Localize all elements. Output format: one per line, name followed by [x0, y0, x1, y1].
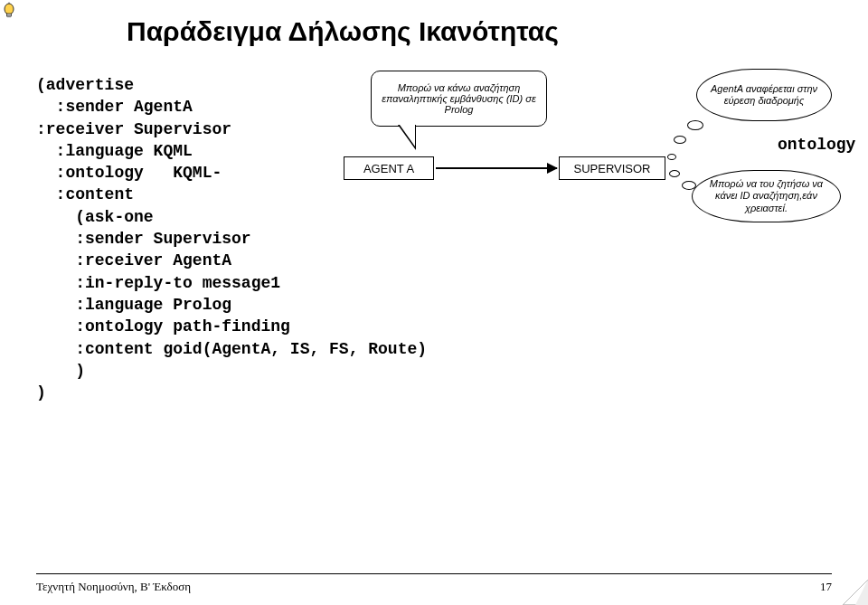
page-number: 17	[820, 580, 832, 594]
agent-diagram: Μπορώ να κάνω αναζήτηση επαναληπτικής εμ…	[335, 71, 841, 288]
svg-rect-1	[7, 14, 12, 16]
ontology-label: ontology	[778, 136, 855, 154]
page-curl-icon	[843, 580, 868, 605]
supervisor-label: SUPERVISOR	[573, 162, 650, 175]
lightbulb-icon	[2, 2, 16, 22]
svg-point-0	[5, 4, 14, 14]
svg-rect-2	[7, 16, 11, 17]
supervisor-box: SUPERVISOR	[559, 156, 665, 180]
speech-bubble: Μπορώ να κάνω αναζήτηση επαναληπτικής εμ…	[371, 71, 547, 127]
thought-trail-icon	[667, 154, 676, 160]
slide-title: Παράδειγμα Δήλωσης Ικανότητας	[127, 16, 832, 47]
thought-top-text: AgentA αναφέρεται στην εύρεση διαδρομής	[706, 83, 822, 107]
thought-trail-icon	[674, 136, 686, 144]
footer-source: Τεχνητή Νοημοσύνη, B' Έκδοση	[36, 580, 191, 594]
thought-bubble-bottom: Μπορώ να του ζητήσω να κάνει ID αναζήτησ…	[692, 170, 841, 222]
speech-text: Μπορώ να κάνω αναζήτηση επαναληπτικής εμ…	[377, 82, 541, 115]
thought-bubble-top: AgentA αναφέρεται στην εύρεση διαδρομής	[696, 69, 832, 121]
arrow-right-icon	[436, 167, 557, 169]
thought-trail-icon	[687, 120, 703, 130]
thought-bottom-text: Μπορώ να του ζητήσω να κάνει ID αναζήτησ…	[702, 178, 831, 214]
agent-box: AGENT A	[344, 156, 434, 180]
thought-trail-icon	[669, 170, 680, 177]
agent-label: AGENT A	[363, 162, 414, 175]
footer-divider	[36, 573, 832, 574]
